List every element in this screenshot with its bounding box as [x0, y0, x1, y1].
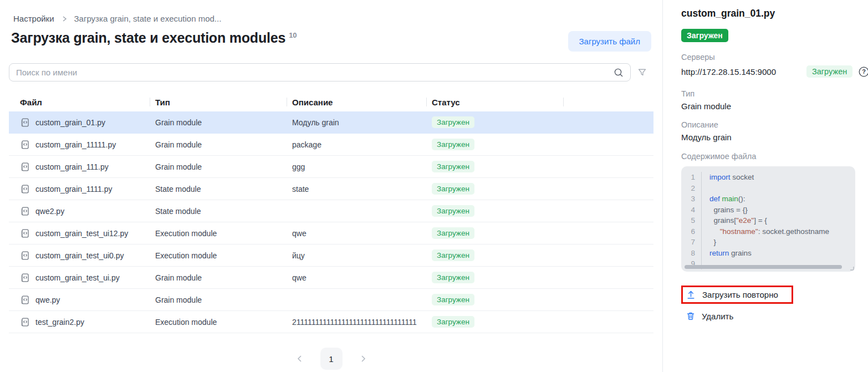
file-content-label: Содержимое файла	[681, 152, 868, 161]
status-badge: Загружен	[432, 227, 474, 239]
file-name-cell: custom_grain_111.py	[9, 162, 150, 172]
type-cell: Grain module	[150, 295, 287, 304]
code-text: }	[701, 237, 716, 248]
code-text: grains["e2e"] = {	[701, 215, 767, 226]
server-status-badge: Загружен	[806, 65, 852, 78]
description-value: Модуль grain	[681, 133, 868, 142]
line-number: 2	[681, 183, 701, 194]
chevron-right-icon	[61, 16, 68, 22]
description-cell: ggg	[287, 162, 426, 171]
code-text: return grains	[701, 248, 752, 259]
code-line: 5 grains["e2e"] = {	[681, 215, 855, 226]
file-code-icon	[20, 140, 30, 150]
type-cell: Grain module	[150, 140, 287, 149]
file-name-cell: custom_grain_01.py	[9, 118, 150, 128]
current-page[interactable]: 1	[320, 348, 343, 370]
column-header-empty	[563, 93, 653, 111]
svg-text:?: ?	[862, 68, 866, 75]
status-badge: Загружен	[432, 249, 474, 261]
status-cell: Загружен	[426, 161, 563, 172]
column-header-2: Тип	[150, 93, 287, 111]
upload-file-button[interactable]: Загрузить файл	[568, 31, 651, 52]
file-name: custom_grain_111.py	[35, 162, 109, 171]
search-input[interactable]	[9, 63, 631, 81]
details-panel: custom_grain_01.py Загружен Серверы http…	[663, 0, 868, 372]
modules-table: ФайлТипОписаниеСтатус custom_grain_01.py…	[9, 93, 653, 333]
code-text: "hostname": socket.gethostname	[701, 226, 829, 237]
file-name-cell: custom_grain_test_ui.py	[9, 273, 150, 283]
status-cell: Загружен	[426, 139, 563, 150]
table-row[interactable]: custom_grain_01.pyGrain moduleМодуль gra…	[9, 111, 653, 134]
file-name: custom_grain_test_ui12.py	[35, 229, 128, 238]
status-cell: Загружен	[426, 272, 563, 283]
scrollbar-corner	[850, 267, 854, 271]
table-row[interactable]: qwe.pyGrain moduleЗагружен	[9, 289, 653, 311]
code-line: 2	[681, 183, 855, 194]
filter-funnel-icon	[637, 68, 647, 77]
breadcrumb-current-page: Загрузка grain, state и execution mod...	[74, 14, 222, 23]
page-header: Загрузка grain, state и execution module…	[11, 30, 651, 52]
table-row[interactable]: custom_grain_test_ui0.pyExecution module…	[9, 244, 653, 267]
table-row[interactable]: custom_grain_111.pyGrain modulegggЗагруж…	[9, 156, 653, 178]
file-name-cell: custom_grain_test_ui12.py	[9, 228, 150, 238]
breadcrumb: Настройки Загрузка grain, state и execut…	[13, 14, 649, 23]
type-cell: State module	[150, 185, 287, 193]
file-name-cell: custom_grain_11111.py	[9, 140, 150, 150]
file-name-cell: custom_grain_test_ui0.py	[9, 251, 150, 261]
table-row[interactable]: test_grain2.pyExecution module2111111111…	[9, 311, 653, 333]
file-name: qwe2.py	[35, 207, 64, 216]
table-row[interactable]: custom_grain_11111.pyGrain modulepackage…	[9, 134, 653, 156]
file-name-cell: custom_grain_1111.py	[9, 184, 150, 194]
status-badge: Загружен	[432, 316, 474, 328]
horizontal-scrollbar[interactable]	[685, 265, 842, 269]
status-badge: Загружен	[432, 205, 474, 217]
trash-icon	[686, 311, 696, 321]
file-name: custom_grain_test_ui0.py	[35, 251, 124, 260]
line-number: 5	[681, 215, 701, 226]
table-row[interactable]: qwe2.pyState moduleЗагружен	[9, 200, 653, 222]
file-code-icon	[20, 251, 30, 261]
column-header-1: Файл	[9, 93, 150, 111]
chevron-right-icon	[359, 354, 367, 363]
file-code-icon	[20, 184, 30, 194]
prev-page-button[interactable]	[293, 352, 307, 365]
file-name-cell: qwe.py	[9, 295, 150, 305]
file-name: test_grain2.py	[35, 318, 84, 327]
column-header-3: Описание	[287, 93, 426, 111]
table-row[interactable]: custom_grain_test_ui.pyGrain moduleqweЗа…	[9, 267, 653, 289]
code-text: def main():	[701, 193, 746, 205]
chevron-left-icon	[295, 354, 304, 363]
next-page-button[interactable]	[356, 352, 370, 365]
filter-button[interactable]	[631, 65, 653, 79]
reupload-highlight-box: Загрузить повторно	[681, 286, 793, 304]
help-button[interactable]: ?	[858, 66, 868, 78]
code-line: 4 grains = {}	[681, 205, 855, 216]
column-header-4: Статус	[426, 93, 563, 111]
file-name: custom_grain_test_ui.py	[35, 273, 120, 282]
code-line: 7 }	[681, 237, 855, 248]
breadcrumb-settings[interactable]: Настройки	[13, 14, 54, 23]
file-name: custom_grain_1111.py	[35, 185, 113, 193]
table-row[interactable]: custom_grain_test_ui12.pyExecution modul…	[9, 222, 653, 244]
code-line: 1import socket	[681, 172, 855, 183]
description-cell: qwe	[287, 229, 426, 238]
upload-icon	[686, 289, 696, 300]
file-code-icon	[20, 317, 30, 327]
description-cell: 211111111111111111111111111111111	[287, 318, 426, 327]
code-viewer[interactable]: 1import socket2 3def main():4 grains = {…	[681, 166, 855, 272]
code-line: 8return grains	[681, 248, 855, 259]
search-icon[interactable]	[614, 68, 624, 79]
search-row	[9, 63, 653, 81]
file-name-cell: qwe2.py	[9, 206, 150, 216]
status-badge: Загружен	[432, 183, 474, 195]
page-title: Загрузка grain, state и execution module…	[11, 30, 297, 46]
table-row[interactable]: custom_grain_1111.pyState modulestateЗаг…	[9, 178, 653, 200]
delete-button[interactable]: Удалить	[686, 311, 733, 321]
server-row: http://172.28.15.145:9000 Загружен ?	[681, 65, 868, 78]
type-cell: Grain module	[150, 273, 287, 282]
status-badge: Загружен	[681, 29, 728, 42]
table-body: custom_grain_01.pyGrain moduleМодуль gra…	[9, 111, 653, 333]
file-code-icon	[20, 206, 30, 216]
reupload-button[interactable]: Загрузить повторно	[686, 289, 778, 300]
description-cell: Модуль grain	[287, 118, 426, 127]
